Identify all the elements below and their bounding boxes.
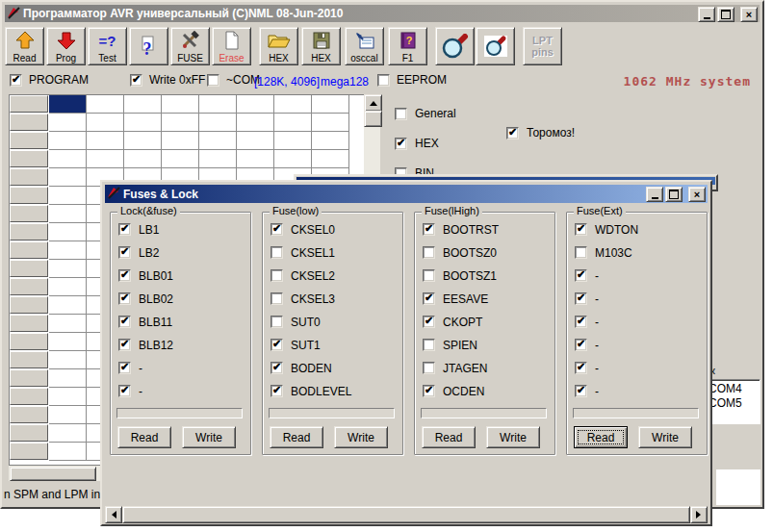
checkbox-icon[interactable]	[423, 339, 435, 351]
hex-save-button[interactable]: HEX	[301, 27, 341, 65]
row-header-cell[interactable]	[10, 296, 48, 314]
checkbox-icon[interactable]	[395, 108, 407, 120]
grid-cell[interactable]	[237, 150, 274, 168]
fuse-checkbox-bootrst[interactable]: BOOTRST	[423, 223, 499, 236]
checkbox-icon[interactable]	[10, 74, 22, 87]
com-port-item[interactable]: COM4	[709, 382, 760, 396]
checkbox-icon[interactable]	[575, 385, 587, 397]
checkbox-icon[interactable]	[118, 339, 131, 351]
grid-cell[interactable]	[274, 132, 312, 150]
row-header-cell[interactable]	[10, 278, 48, 295]
grid-cell[interactable]	[274, 150, 312, 168]
main-window-titlebar[interactable]: Программатор AVR универсальный (C)NML 08…	[5, 5, 760, 22]
grid-cell[interactable]	[49, 369, 87, 388]
grid-cell[interactable]	[199, 114, 237, 132]
grid-cell[interactable]	[49, 132, 87, 150]
side-option-hex[interactable]: HEX	[395, 137, 439, 150]
com-port-item[interactable]: COM5	[709, 396, 760, 411]
checkbox-icon[interactable]	[575, 339, 587, 351]
grid-cell[interactable]	[49, 351, 87, 369]
grid-cell[interactable]	[49, 315, 87, 333]
checkbox-icon[interactable]	[271, 292, 283, 305]
maximize-button[interactable]	[717, 7, 734, 22]
checkbox-icon[interactable]	[423, 385, 435, 397]
fuse-button[interactable]: FUSE	[170, 27, 210, 65]
grid-cell[interactable]	[49, 333, 87, 351]
fuse-checkbox-bootsz1[interactable]: BOOTSZ1	[423, 269, 497, 282]
grid-cell[interactable]	[237, 95, 274, 114]
lpt-pins-button[interactable]: LPTpins	[523, 27, 562, 65]
fuse-checkbox-cksel3[interactable]: CKSEL3	[271, 292, 335, 305]
row-header-cell[interactable]	[10, 132, 48, 149]
fuse-checkbox-wdton[interactable]: WDTON	[575, 223, 638, 236]
grid-cell[interactable]	[199, 150, 237, 168]
row-header-cell[interactable]	[10, 114, 48, 131]
grid-cell[interactable]	[49, 114, 87, 132]
grid-cell[interactable]	[124, 132, 162, 150]
grid-cell[interactable]	[237, 132, 274, 150]
grid-cell[interactable]	[49, 223, 87, 241]
checkbox-icon[interactable]	[118, 223, 131, 236]
option-program[interactable]: PROGRAM	[10, 73, 89, 87]
fuse-checkbox-cksel1[interactable]: CKSEL1	[271, 246, 335, 259]
grid-cell[interactable]	[162, 114, 199, 132]
fuse-checkbox-bodlevel[interactable]: BODLEVEL	[271, 385, 351, 397]
grid-cell[interactable]	[274, 95, 312, 114]
row-header-cell[interactable]	[10, 168, 48, 186]
checkbox-icon[interactable]	[575, 316, 587, 328]
row-header-cell[interactable]	[10, 187, 48, 204]
grid-cell[interactable]	[312, 132, 349, 150]
fuse-checkbox-eesave[interactable]: EESAVE	[423, 292, 488, 305]
checkbox-icon[interactable]	[118, 269, 131, 282]
fuse-checkbox-jtagen[interactable]: JTAGEN	[423, 362, 487, 374]
grid-cell[interactable]	[162, 95, 199, 114]
read-button[interactable]: Read	[117, 426, 171, 448]
grid-cell[interactable]	[199, 132, 237, 150]
fuse-checkbox-reserved[interactable]: -	[575, 362, 599, 374]
fuse-checkbox-sut0[interactable]: SUT0	[271, 316, 321, 328]
grid-cell[interactable]	[49, 150, 87, 168]
grid-cell[interactable]	[162, 150, 199, 168]
grid-cell[interactable]	[312, 114, 349, 132]
grid-cell[interactable]	[87, 95, 124, 114]
grid-cell[interactable]	[49, 406, 87, 424]
checkbox-icon[interactable]	[271, 269, 283, 282]
checkbox-icon[interactable]	[271, 246, 283, 259]
fuse-checkbox-lb1[interactable]: LB1	[118, 223, 159, 236]
grid-cell[interactable]	[124, 150, 162, 168]
dialog-maximize-button[interactable]	[665, 187, 683, 202]
row-header-cell[interactable]	[10, 241, 48, 259]
row-header-cell[interactable]	[10, 260, 48, 277]
fuse-checkbox-spien[interactable]: SPIEN	[423, 339, 477, 351]
fuse-checkbox-boden[interactable]: BODEN	[271, 362, 332, 374]
grid-cell[interactable]	[312, 150, 349, 168]
option--com[interactable]: ~COM	[207, 73, 260, 87]
grid-cell[interactable]	[87, 150, 124, 168]
read-button[interactable]: Read	[422, 426, 476, 448]
write-button[interactable]: Write	[638, 426, 692, 448]
checkbox-icon[interactable]	[118, 292, 131, 305]
row-header-cell[interactable]	[10, 351, 48, 368]
checkbox-icon[interactable]	[118, 246, 131, 259]
fuse-checkbox-reserved[interactable]: -	[575, 292, 599, 305]
dialog-close-button[interactable]: ×	[688, 187, 706, 202]
grid-cell[interactable]	[199, 95, 237, 114]
fuse-checkbox-sut1[interactable]: SUT1	[271, 339, 321, 351]
dialog-hscroll-thumb[interactable]	[122, 506, 690, 523]
fuse-value-field[interactable]	[421, 408, 547, 418]
grid-cell[interactable]	[49, 443, 87, 461]
hex-open-button[interactable]: HEX	[259, 27, 298, 65]
write-button[interactable]: Write	[334, 426, 388, 448]
checkbox-icon[interactable]	[423, 362, 435, 374]
fuse-checkbox-blb01[interactable]: BLB01	[118, 269, 173, 282]
checkbox-icon[interactable]	[118, 385, 131, 397]
fuse-value-field[interactable]	[573, 408, 699, 418]
fuse-checkbox-m103c[interactable]: M103C	[575, 246, 632, 259]
checkbox-icon[interactable]	[271, 223, 283, 236]
grid-hscroll-thumb[interactable]	[10, 467, 96, 481]
grid-cell[interactable]	[49, 168, 87, 187]
row-header-cell[interactable]	[10, 150, 48, 167]
dialog-minimize-button[interactable]	[646, 187, 663, 202]
checkbox-icon[interactable]	[118, 362, 131, 374]
grid-cell[interactable]	[49, 424, 87, 443]
